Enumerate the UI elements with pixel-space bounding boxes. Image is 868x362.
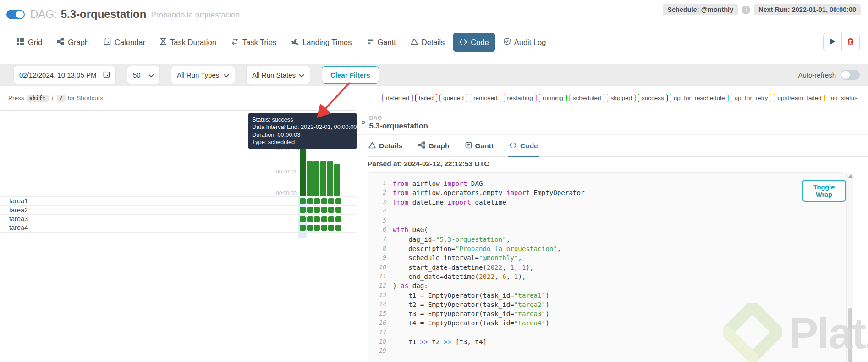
- tab-gantt[interactable]: Gantt: [361, 33, 402, 52]
- auto-refresh-toggle[interactable]: [841, 70, 860, 80]
- dag-header: DAG: 5.3-orquestation Probando la orques…: [0, 0, 868, 28]
- task-instance-square[interactable]: [321, 225, 327, 231]
- dag-run-bar[interactable]: [313, 161, 319, 196]
- dag-run-bar[interactable]: [300, 147, 306, 196]
- dag-run-bar[interactable]: [320, 161, 326, 196]
- task-instance-square[interactable]: [328, 216, 334, 222]
- tab-task-tries[interactable]: Task Tries: [225, 33, 282, 52]
- auto-refresh-label: Auto-refresh: [798, 71, 836, 79]
- line-number: 19: [368, 346, 393, 356]
- trigger-dag-button[interactable]: [824, 33, 841, 51]
- dag-run-bar[interactable]: [327, 161, 333, 196]
- task-instance-square[interactable]: [314, 225, 320, 231]
- line-number: 17: [368, 328, 393, 337]
- line-number: 16: [368, 318, 393, 328]
- scrollbar-thumb[interactable]: [848, 308, 852, 362]
- task-row: tarea1: [0, 197, 356, 206]
- status-badge-success: success: [638, 94, 668, 102]
- grid-icon: [17, 38, 24, 47]
- dag-run-bar[interactable]: [334, 164, 340, 196]
- scroll-up-arrow-icon[interactable]: [848, 174, 853, 178]
- panel-tab-code[interactable]: Code: [508, 138, 539, 157]
- tooltip-line: Status: success: [252, 116, 353, 123]
- panel-tab-gantt[interactable]: Gantt: [464, 138, 494, 157]
- task-name[interactable]: tarea2: [9, 206, 28, 214]
- page-size-value: 50: [133, 71, 141, 79]
- task-instance-square[interactable]: [307, 198, 313, 204]
- dag-pause-toggle[interactable]: [6, 10, 25, 19]
- shortcuts-hint: Press shift + / for Shortcuts: [8, 95, 103, 102]
- task-instance-square[interactable]: [321, 207, 327, 213]
- task-instance-square[interactable]: [307, 225, 313, 231]
- tab-landing-times[interactable]: Landing Times: [285, 33, 357, 52]
- schedule-badge: Schedule: @monthly: [663, 4, 738, 15]
- tab-graph[interactable]: Graph: [51, 33, 95, 52]
- task-instance-square[interactable]: [300, 225, 306, 231]
- task-name[interactable]: tarea3: [9, 215, 28, 223]
- task-instance-square[interactable]: [314, 216, 320, 222]
- task-instance-square[interactable]: [321, 198, 327, 204]
- task-name[interactable]: tarea4: [9, 224, 28, 231]
- panel-tabs: DetailsGraphGanttCode: [368, 138, 868, 157]
- task-instance-square[interactable]: [314, 207, 320, 213]
- task-instance-square[interactable]: [328, 198, 334, 204]
- status-badge-restarting: restarting: [504, 94, 537, 102]
- panel-tab-graph[interactable]: Graph: [417, 138, 450, 157]
- calendar-small-icon: [103, 71, 110, 79]
- tab-audit-log[interactable]: Audit Log: [498, 33, 552, 52]
- filter-bar: 02/12/2024, 10:13:05 PM 50 All Run Types…: [0, 64, 868, 86]
- tab-code[interactable]: Code: [453, 33, 494, 52]
- task-instance-square[interactable]: [314, 198, 320, 204]
- delete-dag-button[interactable]: [841, 33, 859, 51]
- tab-calendar[interactable]: Calendar: [98, 33, 151, 52]
- run-states-select[interactable]: All Run States: [247, 66, 310, 84]
- page-size-select[interactable]: 50: [127, 66, 159, 84]
- task-instance-square[interactable]: [335, 207, 341, 213]
- hourglass-icon: [160, 38, 166, 47]
- panel-divider: [357, 134, 868, 135]
- panel-tab-details[interactable]: Details: [368, 138, 403, 157]
- task-instance-square[interactable]: [328, 207, 334, 213]
- clear-filters-button[interactable]: Clear Filters: [322, 66, 379, 84]
- status-badge-failed: failed: [415, 94, 437, 102]
- task-instance-square[interactable]: [307, 216, 313, 222]
- line-number: 12: [368, 281, 393, 290]
- task-instance-square[interactable]: [300, 198, 306, 204]
- task-instance-square[interactable]: [328, 225, 334, 231]
- task-instance-square[interactable]: [335, 225, 341, 231]
- retry-icon: [231, 38, 239, 47]
- main-tabbar: GridGraphCalendarTask DurationTask Tries…: [0, 28, 868, 56]
- code-line: 17: [368, 328, 846, 337]
- task-row: tarea4: [0, 223, 356, 232]
- task-instance-square[interactable]: [300, 216, 306, 222]
- task-instance-square[interactable]: [335, 216, 341, 222]
- legend-row: Press shift + / for Shortcuts deferredfa…: [0, 86, 868, 110]
- task-instance-square[interactable]: [307, 207, 313, 213]
- scrollbar[interactable]: [846, 173, 853, 362]
- line-number: 11: [368, 272, 393, 281]
- info-icon[interactable]: i: [742, 6, 750, 14]
- code-line: 7 dag_id="5.3-orquestation",: [368, 235, 846, 244]
- tab-grid[interactable]: Grid: [11, 33, 48, 52]
- base-date-input[interactable]: 02/12/2024, 10:13:05 PM: [14, 66, 115, 84]
- task-row: tarea3: [0, 215, 356, 223]
- code-line: 15 t3 = EmptyOperator(task_id="tarea3"): [368, 309, 846, 318]
- trash-icon: [847, 38, 854, 47]
- task-instance-square[interactable]: [321, 216, 327, 222]
- dag-code-block: 1from airflow import DAG2from airflow.op…: [368, 172, 846, 362]
- tab-details[interactable]: Details: [405, 33, 450, 52]
- chevron-down-icon: [148, 71, 154, 79]
- task-instance-square[interactable]: [335, 198, 341, 204]
- run-types-select[interactable]: All Run Types: [171, 66, 235, 84]
- code-line: 10 start_date=datetime(2022, 1, 1),: [368, 263, 846, 272]
- task-instance-square[interactable]: [300, 207, 306, 213]
- line-number: 5: [368, 216, 393, 225]
- task-name[interactable]: tarea1: [9, 197, 28, 205]
- line-number: 9: [368, 253, 393, 262]
- toggle-wrap-button[interactable]: Toggle Wrap: [802, 180, 846, 202]
- dag-description: Probando la orquestacion: [151, 9, 240, 20]
- dag-run-bar[interactable]: [307, 161, 313, 196]
- double-chevron-right-icon[interactable]: »: [361, 115, 364, 130]
- tab-task-duration[interactable]: Task Duration: [154, 33, 222, 52]
- line-number: 2: [368, 188, 393, 197]
